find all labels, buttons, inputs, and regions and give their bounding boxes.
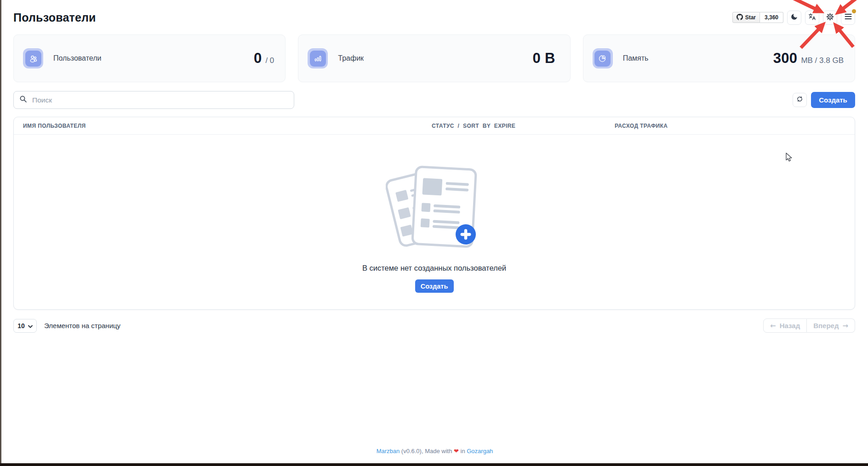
- taskbar-edge: [0, 463, 868, 466]
- column-header-username[interactable]: ИМЯ ПОЛЬЗОВАТЕЛЯ: [23, 123, 432, 129]
- stat-suffix: / 0: [265, 56, 274, 65]
- search-icon: [19, 95, 27, 105]
- stat-card-users: Пользователи 0 / 0: [13, 34, 286, 82]
- chevron-down-icon: [28, 322, 33, 330]
- hamburger-menu-icon: [845, 13, 852, 22]
- right-arrow-icon: →: [842, 322, 848, 330]
- pagination-nav: ← Назад Вперед →: [763, 318, 855, 333]
- stat-label: Память: [623, 54, 649, 63]
- stat-value: 0 B: [533, 50, 555, 67]
- refresh-button[interactable]: [793, 93, 807, 107]
- plus-circle: [456, 224, 476, 244]
- create-button[interactable]: Создать: [811, 92, 855, 108]
- moon-icon: [790, 13, 798, 23]
- prev-page-button[interactable]: ← Назад: [763, 318, 807, 333]
- search-row: Создать: [13, 91, 855, 109]
- main-content: Пользователи Star 3,360: [1, 0, 868, 463]
- github-icon: [737, 14, 743, 22]
- header-toolbar: Star 3,360: [732, 11, 855, 25]
- search-box: [13, 91, 294, 109]
- translate-icon: [808, 12, 817, 23]
- stat-cards: Пользователи 0 / 0 Трафик 0 B: [13, 34, 855, 82]
- settings-button[interactable]: [823, 11, 837, 25]
- refresh-icon: [796, 95, 804, 105]
- left-arrow-icon: ←: [770, 322, 776, 330]
- page-title: Пользователи: [13, 11, 96, 24]
- footer: Marzban (v0.6.0), Made with ❤ in Gozarga…: [1, 448, 868, 455]
- empty-state-create-button[interactable]: Создать: [415, 279, 454, 293]
- stat-suffix: MB / 3.8 GB: [801, 56, 844, 65]
- github-star-button[interactable]: Star: [732, 12, 760, 23]
- stat-label: Пользователи: [53, 54, 101, 63]
- next-page-button[interactable]: Вперед →: [807, 318, 855, 333]
- stat-card-memory: Память 300 MB / 3.8 GB: [583, 34, 855, 82]
- stat-value: 0: [254, 50, 262, 67]
- dark-mode-button[interactable]: [787, 11, 801, 25]
- stat-card-traffic: Трафик 0 B: [298, 34, 570, 82]
- page-size-label: Элементов на страницу: [44, 322, 120, 330]
- page-size-select[interactable]: 10: [13, 319, 37, 333]
- github-star-label: Star: [745, 14, 756, 21]
- menu-button[interactable]: [841, 11, 855, 25]
- stat-value: 300: [773, 50, 798, 67]
- marzban-link[interactable]: Marzban: [377, 448, 400, 455]
- empty-state-message: В системе нет созданных пользователей: [362, 264, 506, 273]
- column-header-status-sort[interactable]: СТАТУС / SORT BY EXPIRE: [432, 123, 615, 129]
- language-button[interactable]: [805, 11, 819, 25]
- github-star-count[interactable]: 3,360: [760, 12, 783, 23]
- pie-chart-icon: [594, 51, 611, 67]
- footer-version-text: (v0.6.0), Made with: [400, 448, 454, 455]
- github-star-widget: Star 3,360: [732, 12, 783, 23]
- stat-label: Трафик: [338, 54, 364, 63]
- column-header-traffic[interactable]: РАСХОД ТРАФИКА: [615, 123, 855, 129]
- pagination-row: 10 Элементов на страницу ← Назад Вперед …: [13, 318, 855, 333]
- gear-icon: [826, 13, 834, 23]
- users-table: ИМЯ ПОЛЬЗОВАТЕЛЯ СТАТУС / SORT BY EXPIRE…: [13, 117, 855, 310]
- notification-dot: [852, 9, 856, 13]
- page-header: Пользователи Star 3,360: [13, 8, 855, 27]
- table-header-row: ИМЯ ПОЛЬЗОВАТЕЛЯ СТАТУС / SORT BY EXPIRE…: [14, 117, 855, 135]
- bar-chart-icon: [310, 51, 326, 67]
- empty-state-illustration: [386, 161, 483, 253]
- footer-in-text: in: [459, 448, 467, 455]
- search-input[interactable]: [31, 96, 288, 105]
- heart-icon: ❤: [454, 448, 459, 455]
- table-empty-state: В системе нет созданных пользователей Со…: [14, 134, 855, 309]
- gozargah-link[interactable]: Gozargah: [467, 448, 493, 455]
- users-icon: [25, 51, 41, 67]
